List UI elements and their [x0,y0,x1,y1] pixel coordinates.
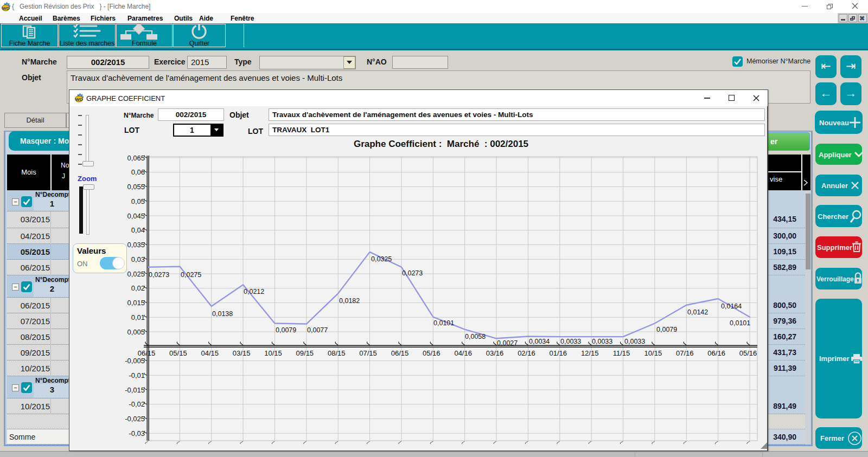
svg-text:0,0138: 0,0138 [212,310,233,318]
svg-text:06/16: 06/16 [707,349,725,357]
svg-text:0,04: 0,04 [131,226,145,234]
svg-text:0,065: 0,065 [127,154,145,162]
svg-text:0,035: 0,035 [127,241,145,249]
svg-text:0,005: 0,005 [127,328,145,336]
svg-text:WD: WD [2,6,10,11]
svg-text:03/15: 03/15 [233,349,251,357]
svg-text:-0,025: -0,025 [125,415,145,423]
svg-text:0,0142: 0,0142 [687,308,708,316]
svg-text:01/16: 01/16 [550,349,567,357]
svg-text:0,0325: 0,0325 [371,255,392,263]
svg-text:0,0033: 0,0033 [560,338,581,345]
svg-text:0,0273: 0,0273 [402,269,423,277]
svg-text:0,0079: 0,0079 [276,326,296,334]
svg-text:02/16: 02/16 [518,349,535,357]
svg-text:0,0182: 0,0182 [339,297,360,305]
svg-text:09/15: 09/15 [296,349,314,357]
svg-text:-0,03: -0,03 [129,429,145,437]
svg-text:0,0077: 0,0077 [307,326,328,334]
svg-text:0,0273: 0,0273 [149,271,169,279]
svg-text:0,0033: 0,0033 [624,338,645,345]
svg-text:0,06: 0,06 [131,168,145,176]
svg-text:0,05: 0,05 [131,197,145,205]
svg-text:-0,01: -0,01 [129,371,145,379]
svg-text:0,01: 0,01 [131,313,145,321]
svg-text:0,025: 0,025 [127,270,145,278]
svg-text:10/15: 10/15 [644,349,662,357]
svg-text:04/15: 04/15 [201,349,219,357]
svg-text:0,0079: 0,0079 [656,326,677,333]
svg-text:0,015: 0,015 [127,299,145,307]
svg-text:-0,005: -0,005 [125,357,145,365]
svg-text:0,0033: 0,0033 [592,338,612,345]
svg-text:0,03: 0,03 [131,255,145,263]
svg-text:10/15: 10/15 [264,349,282,357]
svg-text:05/16: 05/16 [423,349,441,357]
svg-text:07/15: 07/15 [359,349,377,357]
svg-text:12/15: 12/15 [581,349,599,357]
svg-text:07/16: 07/16 [676,349,694,357]
svg-text:11/15: 11/15 [613,349,630,357]
svg-text:-0,015: -0,015 [125,386,145,394]
svg-text:0,0212: 0,0212 [244,288,264,295]
svg-text:0,0058: 0,0058 [465,333,486,340]
svg-text:08/15: 08/15 [328,349,346,357]
svg-text:05/15: 05/15 [169,349,187,357]
svg-text:03/16: 03/16 [486,349,504,357]
svg-text:0,055: 0,055 [127,183,145,191]
svg-text:06/15: 06/15 [138,349,156,357]
svg-text:0,0164: 0,0164 [721,302,742,310]
svg-text:0,045: 0,045 [127,212,145,220]
svg-text:-0,02: -0,02 [129,400,145,408]
svg-text:0,0034: 0,0034 [529,338,550,345]
svg-text:06/15: 06/15 [391,349,409,357]
svg-text:05/16: 05/16 [739,349,757,357]
svg-text:0,02: 0,02 [131,284,145,292]
svg-text:0,0101: 0,0101 [433,319,454,327]
svg-text:0,0101: 0,0101 [730,319,750,327]
svg-text:04/16: 04/16 [454,349,472,357]
svg-text:0,0027: 0,0027 [497,339,518,347]
svg-text:0,0275: 0,0275 [181,271,201,279]
